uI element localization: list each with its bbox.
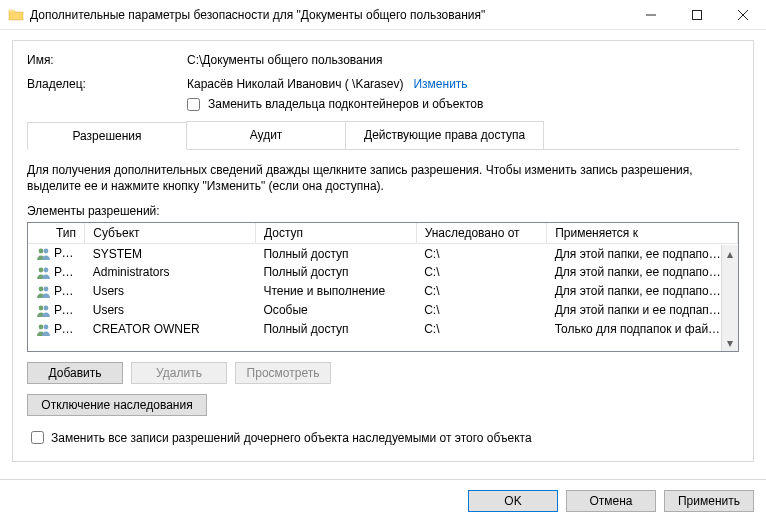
replace-all-checkbox[interactable] [31,431,44,444]
svg-point-7 [39,305,44,310]
maximize-button[interactable] [674,0,720,30]
svg-point-2 [44,249,49,254]
permissions-table[interactable]: Тип Субъект Доступ Унаследовано от Приме… [27,222,739,352]
col-applies[interactable]: Применяется к [547,223,738,244]
svg-point-8 [44,305,49,310]
name-value: C:\Документы общего пользования [187,53,739,67]
window-controls [628,0,766,30]
table-row[interactable]: Разр…AdministratorsПолный доступC:\Для э… [28,263,738,282]
scroll-up-icon[interactable]: ▴ [722,245,738,262]
scrollbar[interactable]: ▴ ▾ [721,245,738,351]
replace-owner-checkbox[interactable] [187,98,200,111]
replace-all-label: Заменить все записи разрешений дочернего… [51,431,532,445]
description-text: Для получения дополнительных сведений дв… [27,162,739,194]
svg-point-9 [39,324,44,329]
principal-icon [36,266,52,280]
svg-point-4 [44,267,49,272]
cancel-button[interactable]: Отмена [566,490,656,512]
titlebar: Дополнительные параметры безопасности дл… [0,0,766,30]
content-frame: Имя: C:\Документы общего пользования Вла… [12,40,754,462]
col-inherited[interactable]: Унаследовано от [416,223,547,244]
principal-icon [36,285,52,299]
col-type[interactable]: Тип [28,223,85,244]
change-owner-link[interactable]: Изменить [413,77,467,91]
owner-value: Карасёв Николай Иванович ( \Karasev) [187,77,403,91]
disable-inheritance-button[interactable]: Отключение наследования [27,394,207,416]
svg-point-6 [44,286,49,291]
folder-icon [8,7,24,23]
svg-point-3 [39,267,44,272]
remove-button: Удалить [131,362,227,384]
principal-icon [36,304,52,318]
replace-owner-label: Заменить владельца подконтейнеров и объе… [208,97,483,111]
close-button[interactable] [720,0,766,30]
minimize-button[interactable] [628,0,674,30]
tabs: Разрешения Аудит Действующие права досту… [27,121,739,150]
view-button: Просмотреть [235,362,331,384]
col-access[interactable]: Доступ [255,223,416,244]
tab-effective[interactable]: Действующие права доступа [345,121,544,149]
scroll-down-icon[interactable]: ▾ [722,334,738,351]
add-button[interactable]: Добавить [27,362,123,384]
window-title: Дополнительные параметры безопасности дл… [30,8,628,22]
tab-permissions[interactable]: Разрешения [27,122,187,150]
name-label: Имя: [27,53,187,67]
svg-point-10 [44,324,49,329]
apply-button[interactable]: Применить [664,490,754,512]
svg-point-1 [39,249,44,254]
svg-rect-0 [693,10,702,19]
table-row[interactable]: Разр…UsersЧтение и выполнениеC:\Для этой… [28,282,738,301]
principal-icon [36,323,52,337]
principal-icon [36,247,52,261]
table-row[interactable]: Разр…CREATOR OWNERПолный доступC:\Только… [28,320,738,339]
dialog-buttons: OK Отмена Применить [468,490,754,512]
ok-button[interactable]: OK [468,490,558,512]
entries-label: Элементы разрешений: [27,204,739,218]
svg-point-5 [39,286,44,291]
tab-audit[interactable]: Аудит [186,121,346,149]
table-row[interactable]: Разр…UsersОсобыеC:\Для этой папки и ее п… [28,301,738,320]
table-row[interactable]: Разр…SYSTEMПолный доступC:\Для этой папк… [28,244,738,263]
col-subject[interactable]: Субъект [85,223,256,244]
owner-label: Владелец: [27,77,187,91]
